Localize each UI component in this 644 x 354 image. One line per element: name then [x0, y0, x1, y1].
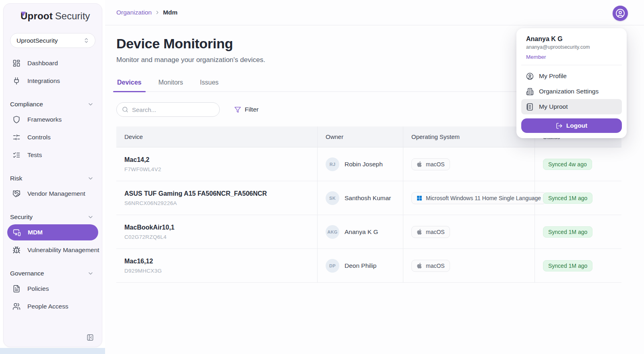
sidebar-item-policies[interactable]: Policies: [4, 280, 102, 298]
status-cell: Synced 1M ago: [535, 181, 621, 215]
sidebar-item-controls[interactable]: Controls: [4, 128, 102, 146]
device-cell: Mac14,2 F7WF0WL4V2: [116, 147, 317, 181]
device-cell: Mac16,12 D929MHCX3G: [116, 249, 317, 282]
sidebar-item-integrations[interactable]: Integrations: [4, 72, 102, 90]
bug-icon: [12, 246, 21, 254]
menu-divider: [521, 65, 622, 65]
avatar: SK: [326, 191, 339, 205]
owner-cell: AKG Ananya K G: [317, 215, 403, 248]
sidebar: Uproot Security UprootSecurity Dashboard…: [3, 3, 102, 347]
main-area: Organization Mdm Device Monitoring Monit…: [105, 0, 644, 354]
apple-icon: [417, 161, 422, 167]
sidebar-collapse-button[interactable]: [86, 333, 95, 342]
logout-label: Logout: [566, 122, 588, 129]
filter-label: Filter: [245, 106, 258, 113]
table-row[interactable]: MacBookAir10,1 C02G72RZQ6L4 AKG Ananya K…: [116, 215, 621, 249]
sidebar-section-compliance[interactable]: Compliance: [4, 98, 102, 111]
avatar: RJ: [326, 157, 339, 171]
dashboard-icon: [12, 59, 21, 67]
device-name: Mac16,12: [124, 258, 153, 265]
sidebar-section-risk[interactable]: Risk: [4, 172, 102, 185]
user-avatar-button[interactable]: [613, 6, 628, 21]
menu-item-my-uproot[interactable]: My Uproot: [521, 99, 622, 114]
device-name: ASUS TUF Gaming A15 FA506NCR_FA506NCR: [124, 190, 267, 197]
page-bottom-strip: [0, 348, 105, 354]
sidebar-item-dashboard[interactable]: Dashboard: [4, 54, 102, 72]
sidebar-item-vendor-management[interactable]: Vendor Management: [4, 185, 102, 203]
monitor-smartphone-icon: [13, 228, 21, 236]
owner-name: Robin Joseph: [345, 161, 383, 168]
device-table: Device Owner Operating System Status Mac…: [116, 126, 621, 283]
owner-name: Ananya K G: [345, 228, 378, 236]
menu-item-my-profile[interactable]: My Profile: [521, 68, 622, 84]
sidebar-item-frameworks[interactable]: Frameworks: [4, 111, 102, 128]
menu-item-label: My Profile: [539, 72, 567, 80]
sidebar-section-label: Governance: [10, 270, 44, 277]
sidebar-item-tests[interactable]: Tests: [4, 146, 102, 164]
status-cell: Synced 1M ago: [535, 215, 621, 248]
sidebar-section-security[interactable]: Security: [4, 211, 102, 224]
device-cell: ASUS TUF Gaming A15 FA506NCR_FA506NCR S6…: [116, 181, 317, 215]
sidebar-item-label: Integrations: [27, 77, 60, 85]
status-badge: Synced 1M ago: [543, 193, 592, 204]
organization-selector-value: UprootSecurity: [17, 37, 58, 44]
chevron-down-icon: [87, 175, 94, 182]
brand-name-light: Security: [55, 10, 90, 22]
sidebar-item-label: People Access: [27, 303, 68, 310]
menu-item-label: Organization Settings: [539, 88, 599, 95]
search-box: [116, 102, 220, 117]
sidebar-section-label: Security: [10, 213, 33, 221]
device-cell: MacBookAir10,1 C02G72RZQ6L4: [116, 215, 317, 248]
breadcrumb: Organization Mdm: [116, 9, 178, 16]
sidebar-item-vulnerability-management[interactable]: Vulnerability Management: [4, 241, 102, 259]
table-row[interactable]: Mac14,2 F7WF0WL4V2 RJ Robin Joseph macOS…: [116, 147, 621, 181]
search-icon: [122, 106, 128, 113]
os-label: macOS: [426, 161, 445, 168]
breadcrumb-organization-link[interactable]: Organization: [116, 9, 152, 16]
sliders-icon: [12, 133, 21, 141]
tab-monitors[interactable]: Monitors: [158, 77, 184, 91]
shield-icon: [12, 116, 21, 124]
os-label: macOS: [426, 229, 445, 235]
device-name: MacBookAir10,1: [124, 224, 175, 231]
owner-name: Deon Philip: [345, 262, 376, 269]
device-serial: D929MHCX3G: [124, 268, 162, 274]
os-badge: macOS: [411, 158, 450, 170]
log-out-icon: [556, 122, 563, 129]
table-row[interactable]: Mac16,12 D929MHCX3G DP Deon Philip macOS…: [116, 249, 621, 283]
column-header-device: Device: [116, 126, 317, 147]
device-serial: C02G72RZQ6L4: [124, 234, 167, 240]
tab-issues[interactable]: Issues: [199, 77, 219, 91]
apple-icon: [417, 263, 422, 269]
circle-user-icon: [615, 8, 625, 18]
search-input[interactable]: [132, 106, 215, 113]
sidebar-item-label: Tests: [27, 151, 42, 159]
organization-selector[interactable]: UprootSecurity: [10, 33, 95, 48]
owner-cell: SK Santhosh Kumar: [317, 181, 403, 215]
menu-item-organization-settings[interactable]: Organization Settings: [521, 84, 622, 99]
status-cell: Synced 1M ago: [535, 249, 621, 282]
logout-button[interactable]: Logout: [521, 118, 622, 133]
sidebar-item-mdm[interactable]: MDM: [7, 224, 98, 240]
user-dropdown-menu: Ananya K G ananya@uprootsecurity.com Mem…: [516, 28, 627, 138]
os-badge: Microsoft Windows 11 Home Single Languag…: [411, 192, 546, 204]
chevron-down-icon: [87, 270, 94, 277]
tab-devices[interactable]: Devices: [116, 77, 142, 91]
device-serial: S6NRCX06N29226A: [124, 200, 177, 206]
breadcrumb-current: Mdm: [163, 9, 178, 16]
filter-button[interactable]: Filter: [234, 106, 258, 113]
table-row[interactable]: ASUS TUF Gaming A15 FA506NCR_FA506NCR S6…: [116, 181, 621, 215]
os-badge: macOS: [411, 260, 450, 272]
chevrons-up-down-icon: [83, 37, 89, 43]
file-text-icon: [12, 285, 21, 293]
user-name: Ananya K G: [526, 35, 617, 43]
sidebar-item-people-access[interactable]: People Access: [4, 298, 102, 315]
user-role-badge: Member: [526, 54, 617, 60]
sidebar-section-governance[interactable]: Governance: [4, 267, 102, 280]
circle-user-icon: [526, 72, 534, 80]
topbar: Organization Mdm: [105, 0, 644, 25]
chevron-down-icon: [87, 101, 94, 108]
owner-cell: DP Deon Philip: [317, 249, 403, 282]
sidebar-item-label: Dashboard: [27, 60, 58, 67]
os-label: Microsoft Windows 11 Home Single Languag…: [426, 195, 541, 201]
